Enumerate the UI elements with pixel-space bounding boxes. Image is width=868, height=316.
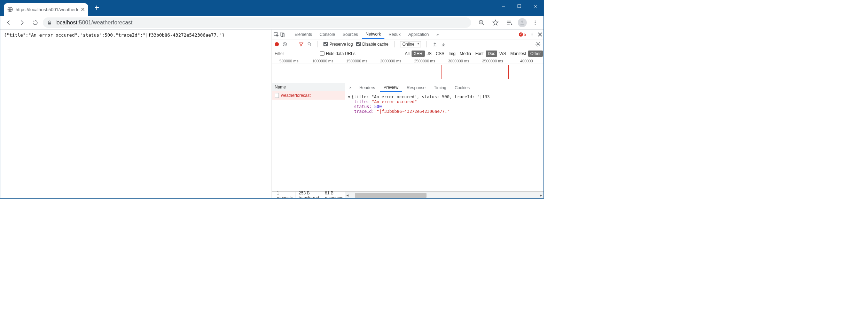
svg-rect-2: [48, 22, 51, 24]
window-titlebar: https://localhost:5001/weatherfo: [0, 0, 544, 16]
address-bar[interactable]: localhost:5001/weatherforecast: [43, 17, 471, 28]
svg-rect-9: [281, 32, 283, 36]
type-font[interactable]: Font: [473, 51, 486, 57]
tab-title: https://localhost:5001/weatherfo: [16, 7, 78, 12]
devtools-menu-icon[interactable]: [530, 32, 534, 37]
type-all[interactable]: All: [403, 51, 412, 57]
svg-point-16: [537, 44, 539, 45]
minimize-button[interactable]: [495, 0, 511, 12]
stat-resources: 81 B resources: [322, 192, 346, 199]
settings-gear-icon[interactable]: [535, 41, 541, 47]
detail-tab-headers[interactable]: Headers: [356, 84, 378, 92]
tab-application[interactable]: Application: [405, 31, 432, 38]
window-controls: [495, 0, 544, 12]
url-text: localhost:5001/weatherforecast: [55, 20, 132, 26]
type-css[interactable]: CSS: [434, 51, 447, 57]
tree-toggle-icon[interactable]: ▼: [348, 94, 351, 99]
type-filters: All XHR JS CSS Img Media Font Doc WS Man…: [403, 51, 544, 57]
record-button[interactable]: [275, 42, 279, 46]
device-toggle-icon[interactable]: [280, 32, 285, 37]
media-icon[interactable]: [504, 17, 515, 28]
scroll-left-icon[interactable]: ◄: [345, 193, 350, 197]
tab-console[interactable]: Console: [316, 31, 338, 38]
toolbar-row: localhost:5001/weatherforecast: [0, 16, 544, 30]
zoom-icon[interactable]: [476, 17, 487, 28]
detail-tab-timing[interactable]: Timing: [430, 84, 450, 92]
disable-cache-checkbox[interactable]: Disable cache: [356, 42, 388, 47]
stat-transferred: 253 B transferred: [296, 192, 322, 199]
maximize-button[interactable]: [511, 0, 527, 12]
preserve-log-checkbox[interactable]: Preserve log: [323, 42, 353, 47]
search-icon[interactable]: [307, 42, 312, 47]
request-name: weatherforecast: [281, 93, 311, 98]
svg-point-6: [535, 22, 536, 23]
network-timeline[interactable]: 500000 ms 1000000 ms 1500000 ms 2000000 …: [272, 58, 544, 83]
detail-close-icon[interactable]: ×: [346, 85, 354, 90]
scroll-right-icon[interactable]: ►: [539, 193, 544, 197]
svg-point-13: [532, 35, 532, 36]
filter-input[interactable]: [272, 49, 317, 58]
tab-elements[interactable]: Elements: [291, 31, 315, 38]
request-list-header[interactable]: Name: [272, 83, 345, 91]
svg-point-7: [535, 24, 536, 25]
profile-avatar[interactable]: [518, 18, 527, 27]
stat-requests: 1 requests: [274, 192, 296, 199]
menu-button[interactable]: [530, 17, 541, 28]
inspect-element-icon[interactable]: [273, 32, 279, 37]
error-badge[interactable]: ✕5: [519, 32, 526, 37]
forward-button[interactable]: [16, 17, 28, 28]
network-toolbar: Preserve log Disable cache Online: [272, 39, 544, 49]
request-row[interactable]: weatherforecast: [272, 91, 345, 100]
detail-tab-cookies[interactable]: Cookies: [451, 84, 473, 92]
svg-point-11: [532, 32, 532, 33]
devtools-panel: Elements Console Sources Network Redux A…: [272, 30, 544, 199]
tab-network[interactable]: Network: [362, 30, 384, 39]
type-ws[interactable]: WS: [497, 51, 508, 57]
tab-redux[interactable]: Redux: [385, 31, 404, 38]
detail-tab-preview[interactable]: Preview: [380, 84, 402, 92]
page-body-json: {"title":"An error occured","status":500…: [0, 30, 272, 199]
timeline-ticks: 500000 ms 1000000 ms 1500000 ms 2000000 …: [272, 58, 544, 63]
detail-tab-response[interactable]: Response: [403, 84, 429, 92]
type-media[interactable]: Media: [458, 51, 473, 57]
type-doc[interactable]: Doc: [486, 51, 497, 57]
type-js[interactable]: JS: [425, 51, 434, 57]
svg-rect-1: [518, 5, 521, 8]
type-img[interactable]: Img: [446, 51, 458, 57]
tab-sources[interactable]: Sources: [339, 31, 361, 38]
content-row: {"title":"An error occured","status":500…: [0, 30, 544, 199]
request-detail: × Headers Preview Response Timing Cookie…: [345, 83, 544, 199]
devtools-tabbar: Elements Console Sources Network Redux A…: [272, 30, 544, 39]
type-manifest[interactable]: Manifest: [508, 51, 528, 57]
type-other[interactable]: Other: [528, 51, 543, 57]
close-tab-icon[interactable]: [81, 8, 85, 11]
reload-button[interactable]: [30, 17, 41, 28]
document-icon: [275, 93, 279, 98]
hide-data-urls-checkbox[interactable]: Hide data URLs: [320, 51, 355, 56]
upload-har-icon[interactable]: [432, 42, 437, 47]
new-tab-button[interactable]: [94, 5, 99, 11]
svg-point-12: [532, 34, 532, 34]
lock-icon: [47, 20, 52, 25]
devtools-close-icon[interactable]: [538, 32, 542, 37]
browser-tab[interactable]: https://localhost:5001/weatherfo: [4, 3, 88, 16]
horizontal-scrollbar[interactable]: [355, 193, 534, 198]
detail-scrollbar: ◄ ►: [345, 191, 544, 199]
back-button[interactable]: [3, 17, 14, 28]
bookmark-star-icon[interactable]: [490, 17, 501, 28]
request-list: Name weatherforecast 1 requests 253 B tr…: [272, 83, 345, 199]
detail-tabbar: × Headers Preview Response Timing Cookie…: [345, 83, 544, 92]
svg-point-4: [521, 21, 523, 23]
filter-icon[interactable]: [299, 42, 304, 47]
request-statusbar: 1 requests 253 B transferred 81 B resour…: [272, 191, 345, 199]
clear-icon[interactable]: [282, 42, 287, 47]
close-window-button[interactable]: [527, 0, 544, 12]
download-har-icon[interactable]: [441, 42, 446, 47]
type-xhr[interactable]: XHR: [412, 51, 424, 57]
network-split: Name weatherforecast 1 requests 253 B tr…: [272, 83, 544, 199]
globe-icon: [7, 7, 13, 12]
svg-point-15: [308, 43, 310, 45]
tab-overflow-icon[interactable]: »: [433, 31, 443, 38]
svg-point-5: [535, 21, 536, 22]
throttling-select[interactable]: Online: [400, 41, 421, 47]
